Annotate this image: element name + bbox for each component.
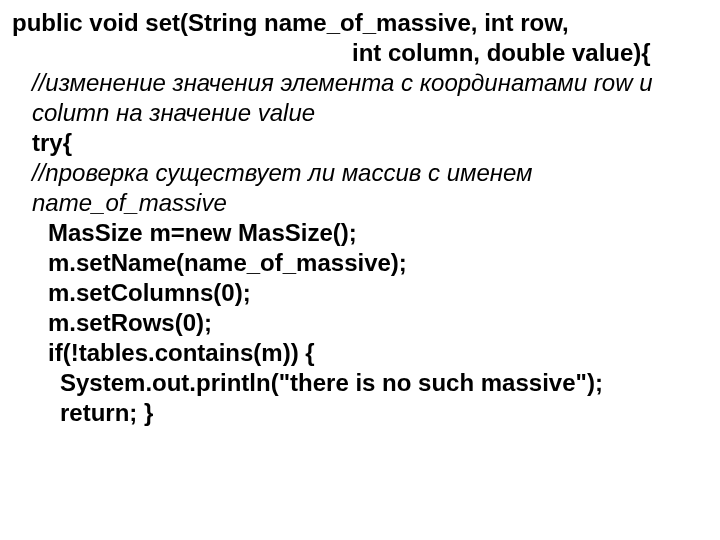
stmt-setrows: m.setRows(0); xyxy=(12,308,708,338)
if-contains: if(!tables.contains(m)) { xyxy=(12,338,708,368)
comment-change-value-b: column на значение value xyxy=(12,98,708,128)
stmt-setname: m.setName(name_of_massive); xyxy=(12,248,708,278)
comment-check-exists-a: //проверка существует ли массив с именем xyxy=(12,158,708,188)
method-signature-line1: public void set(String name_of_massive, … xyxy=(12,8,708,38)
comment-change-value-a: //изменение значения элемента с координа… xyxy=(12,68,708,98)
stmt-println: System.out.println("there is no such mas… xyxy=(12,368,708,398)
stmt-return: return; } xyxy=(12,398,708,428)
stmt-new-massize: MasSize m=new MasSize(); xyxy=(12,218,708,248)
try-open: try{ xyxy=(12,128,708,158)
method-signature-line2: int column, double value){ xyxy=(12,38,708,68)
stmt-setcolumns: m.setColumns(0); xyxy=(12,278,708,308)
comment-check-exists-b: name_of_massive xyxy=(12,188,708,218)
